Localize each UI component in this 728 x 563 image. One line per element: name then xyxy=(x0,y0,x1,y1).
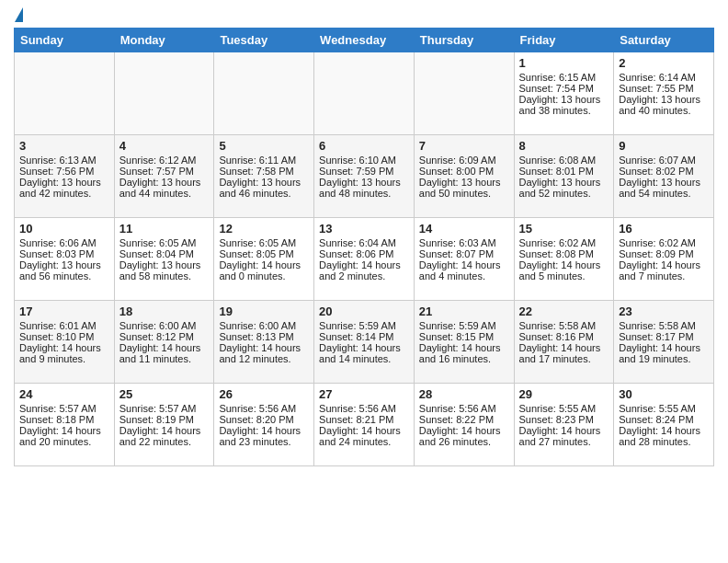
day-number: 26 xyxy=(219,387,309,401)
sunrise-label: Sunrise: 5:56 AM xyxy=(219,403,296,414)
daylight-label: Daylight: 14 hours and 26 minutes. xyxy=(419,425,501,447)
day-number: 24 xyxy=(19,387,109,401)
sunset-label: Sunset: 8:01 PM xyxy=(519,166,594,177)
calendar-cell: 3 Sunrise: 6:13 AM Sunset: 7:56 PM Dayli… xyxy=(15,135,115,218)
sunrise-label: Sunrise: 6:12 AM xyxy=(119,155,197,166)
daylight-label: Daylight: 14 hours and 14 minutes. xyxy=(319,342,401,364)
calendar-cell xyxy=(314,52,415,135)
sunset-label: Sunset: 7:54 PM xyxy=(519,83,594,94)
sunset-label: Sunset: 8:23 PM xyxy=(519,414,594,425)
day-number: 23 xyxy=(619,304,709,318)
daylight-label: Daylight: 13 hours and 56 minutes. xyxy=(19,259,101,282)
sunset-label: Sunset: 8:04 PM xyxy=(119,248,194,259)
sunrise-label: Sunrise: 5:55 AM xyxy=(519,403,597,414)
daylight-label: Daylight: 14 hours and 28 minutes. xyxy=(619,425,700,447)
day-number: 17 xyxy=(19,304,109,318)
daylight-label: Daylight: 14 hours and 7 minutes. xyxy=(619,259,700,282)
calendar-cell: 27 Sunrise: 5:56 AM Sunset: 8:21 PM Dayl… xyxy=(314,384,415,466)
sunset-label: Sunset: 8:12 PM xyxy=(119,331,194,342)
calendar-cell xyxy=(214,52,314,135)
sunset-label: Sunset: 8:03 PM xyxy=(19,248,94,259)
calendar-cell: 28 Sunrise: 5:56 AM Sunset: 8:22 PM Dayl… xyxy=(414,384,514,466)
sunset-label: Sunset: 8:24 PM xyxy=(619,414,693,425)
sunrise-label: Sunrise: 5:56 AM xyxy=(419,403,496,414)
day-number: 27 xyxy=(319,387,409,401)
day-number: 16 xyxy=(619,222,709,236)
daylight-label: Daylight: 14 hours and 2 minutes. xyxy=(319,259,401,282)
calendar-cell: 23 Sunrise: 5:58 AM Sunset: 8:17 PM Dayl… xyxy=(614,301,714,384)
daylight-label: Daylight: 14 hours and 23 minutes. xyxy=(219,425,301,447)
day-number: 19 xyxy=(219,304,309,318)
calendar-cell: 18 Sunrise: 6:00 AM Sunset: 8:12 PM Dayl… xyxy=(114,301,214,384)
calendar-cell: 4 Sunrise: 6:12 AM Sunset: 7:57 PM Dayli… xyxy=(114,135,214,218)
calendar-cell: 16 Sunrise: 6:02 AM Sunset: 8:09 PM Dayl… xyxy=(614,218,714,301)
sunrise-label: Sunrise: 5:57 AM xyxy=(19,403,97,414)
sunset-label: Sunset: 7:55 PM xyxy=(619,83,693,94)
sunset-label: Sunset: 7:56 PM xyxy=(19,166,94,177)
calendar-cell: 12 Sunrise: 6:05 AM Sunset: 8:05 PM Dayl… xyxy=(214,218,314,301)
day-number: 18 xyxy=(119,304,210,318)
daylight-label: Daylight: 14 hours and 11 minutes. xyxy=(119,342,201,364)
calendar-cell: 22 Sunrise: 5:58 AM Sunset: 8:16 PM Dayl… xyxy=(514,301,614,384)
daylight-label: Daylight: 14 hours and 0 minutes. xyxy=(219,259,301,282)
calendar-week-2: 3 Sunrise: 6:13 AM Sunset: 7:56 PM Dayli… xyxy=(15,135,714,218)
day-number: 1 xyxy=(519,56,609,70)
calendar-cell: 19 Sunrise: 6:00 AM Sunset: 8:13 PM Dayl… xyxy=(214,301,314,384)
sunrise-label: Sunrise: 6:08 AM xyxy=(519,155,597,166)
daylight-label: Daylight: 13 hours and 52 minutes. xyxy=(519,177,601,199)
calendar-cell: 30 Sunrise: 5:55 AM Sunset: 8:24 PM Dayl… xyxy=(614,384,714,466)
calendar-cell: 5 Sunrise: 6:11 AM Sunset: 7:58 PM Dayli… xyxy=(214,135,314,218)
day-number: 14 xyxy=(419,222,509,236)
sunrise-label: Sunrise: 6:01 AM xyxy=(19,320,97,331)
daylight-label: Daylight: 13 hours and 46 minutes. xyxy=(219,177,301,199)
sunrise-label: Sunrise: 6:00 AM xyxy=(119,320,197,331)
sunset-label: Sunset: 8:07 PM xyxy=(419,248,494,259)
calendar-cell: 6 Sunrise: 6:10 AM Sunset: 7:59 PM Dayli… xyxy=(314,135,415,218)
sunrise-label: Sunrise: 6:04 AM xyxy=(319,237,396,248)
sunset-label: Sunset: 8:15 PM xyxy=(419,331,494,342)
day-number: 22 xyxy=(519,304,609,318)
daylight-label: Daylight: 13 hours and 40 minutes. xyxy=(619,94,700,116)
day-number: 25 xyxy=(119,387,210,401)
header-tuesday: Tuesday xyxy=(214,29,314,52)
sunset-label: Sunset: 8:19 PM xyxy=(119,414,194,425)
day-number: 5 xyxy=(219,139,309,153)
day-number: 11 xyxy=(119,222,210,236)
sunrise-label: Sunrise: 5:58 AM xyxy=(619,320,696,331)
sunrise-label: Sunrise: 6:10 AM xyxy=(319,155,396,166)
day-number: 29 xyxy=(519,387,609,401)
calendar-table: SundayMondayTuesdayWednesdayThursdayFrid… xyxy=(14,28,714,466)
daylight-label: Daylight: 14 hours and 24 minutes. xyxy=(319,425,401,447)
sunrise-label: Sunrise: 5:59 AM xyxy=(419,320,496,331)
calendar-cell xyxy=(414,52,514,135)
sunrise-label: Sunrise: 6:15 AM xyxy=(519,72,597,83)
sunrise-label: Sunrise: 5:56 AM xyxy=(319,403,396,414)
calendar-cell: 24 Sunrise: 5:57 AM Sunset: 8:18 PM Dayl… xyxy=(15,384,115,466)
daylight-label: Daylight: 14 hours and 12 minutes. xyxy=(219,342,301,364)
daylight-label: Daylight: 14 hours and 22 minutes. xyxy=(119,425,201,447)
day-number: 7 xyxy=(419,139,509,153)
header-thursday: Thursday xyxy=(414,29,514,52)
daylight-label: Daylight: 14 hours and 19 minutes. xyxy=(619,342,700,364)
calendar-cell: 10 Sunrise: 6:06 AM Sunset: 8:03 PM Dayl… xyxy=(15,218,115,301)
header-monday: Monday xyxy=(114,29,214,52)
daylight-label: Daylight: 13 hours and 44 minutes. xyxy=(119,177,201,199)
header-saturday: Saturday xyxy=(614,29,714,52)
calendar-cell: 26 Sunrise: 5:56 AM Sunset: 8:20 PM Dayl… xyxy=(214,384,314,466)
sunset-label: Sunset: 8:16 PM xyxy=(519,331,594,342)
sunrise-label: Sunrise: 6:03 AM xyxy=(419,237,496,248)
sunset-label: Sunset: 8:14 PM xyxy=(319,331,393,342)
sunrise-label: Sunrise: 6:00 AM xyxy=(219,320,296,331)
day-number: 28 xyxy=(419,387,509,401)
logo xyxy=(14,9,23,20)
sunset-label: Sunset: 8:08 PM xyxy=(519,248,594,259)
sunrise-label: Sunrise: 6:09 AM xyxy=(419,155,496,166)
sunset-label: Sunset: 8:22 PM xyxy=(419,414,494,425)
header-friday: Friday xyxy=(514,29,614,52)
sunrise-label: Sunrise: 6:11 AM xyxy=(219,155,296,166)
daylight-label: Daylight: 14 hours and 9 minutes. xyxy=(19,342,101,364)
daylight-label: Daylight: 14 hours and 4 minutes. xyxy=(419,259,501,282)
day-number: 9 xyxy=(619,139,709,153)
sunset-label: Sunset: 7:57 PM xyxy=(119,166,194,177)
daylight-label: Daylight: 13 hours and 54 minutes. xyxy=(619,177,700,199)
